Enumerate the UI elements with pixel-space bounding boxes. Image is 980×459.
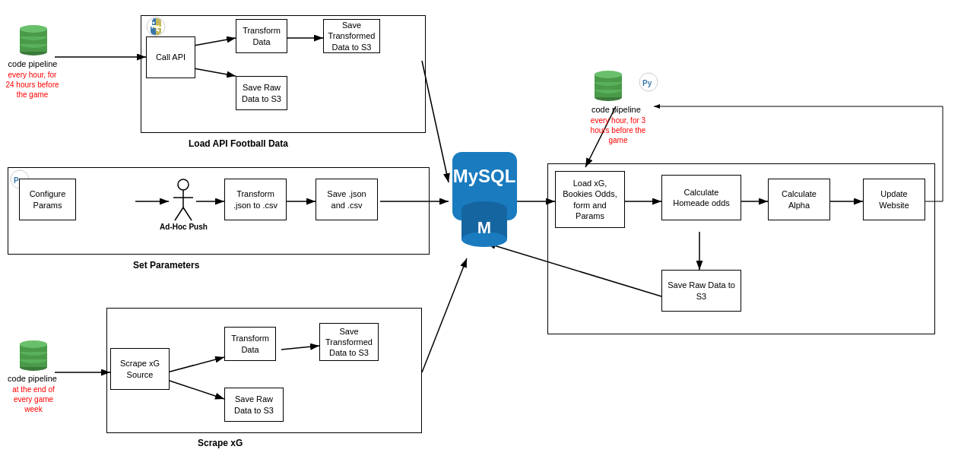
svg-text:M: M (477, 218, 491, 237)
pipeline2-sublabel: every hour, for 3 hours before the game (584, 116, 652, 145)
svg-line-15 (422, 258, 467, 372)
svg-line-6 (422, 61, 449, 182)
scrape-xg-node: Scrape xG Source (110, 348, 170, 390)
pipeline3-label: code pipeline (4, 374, 61, 383)
configure-params-node: Configure Params (19, 179, 76, 220)
call-api-node: Call API (146, 36, 195, 78)
mysql-container: MySQL M (449, 148, 521, 261)
save-transformed-1-node: Save Transformed Data to S3 (323, 19, 380, 53)
svg-text:MySQL: MySQL (453, 166, 516, 186)
save-raw-2-node: Save Raw Data to S3 (224, 388, 284, 422)
svg-text:Py: Py (642, 79, 652, 87)
pipeline1-sublabel: every hour, for 24 hours before the game (4, 70, 61, 100)
python-icon-3: Py (639, 72, 658, 92)
transform-json-node: Transform .json to .csv (224, 179, 287, 220)
pipeline-icon-1 (17, 23, 50, 59)
group2-label: Set Parameters (133, 260, 199, 271)
save-raw-1-node: Save Raw Data to S3 (236, 76, 287, 110)
adhoc-label: Ad-Hoc Push (155, 223, 212, 231)
svg-point-39 (178, 179, 189, 190)
save-transformed-2-node: Save Transformed Data to S3 (319, 323, 379, 361)
python-icon-1: Py (146, 17, 166, 36)
stick-figure: Ad-Hoc Push (169, 179, 198, 224)
svg-point-50 (20, 340, 47, 348)
svg-point-63 (595, 71, 622, 78)
svg-line-42 (175, 207, 183, 220)
svg-line-43 (183, 207, 192, 220)
svg-text:Py: Py (151, 24, 159, 30)
pipeline2-label: code pipeline (591, 105, 641, 114)
svg-point-32 (20, 25, 47, 33)
pipeline3-sublabel: at the end of every game week (4, 385, 63, 414)
save-json-node: Save .json and .csv (316, 179, 378, 220)
pipeline-icon-2 (591, 68, 625, 104)
transform-data-2-node: Transform Data (224, 327, 276, 361)
diagram: Load API Football Data Call API Transfor… (0, 0, 980, 459)
transform-data-1-node: Transform Data (236, 19, 287, 53)
pipeline-icon-3 (17, 338, 50, 374)
group-right (547, 163, 935, 334)
group1-label: Load API Football Data (189, 138, 288, 149)
pipeline1-label: code pipeline (6, 59, 59, 68)
group3-label: Scrape xG (198, 438, 243, 448)
